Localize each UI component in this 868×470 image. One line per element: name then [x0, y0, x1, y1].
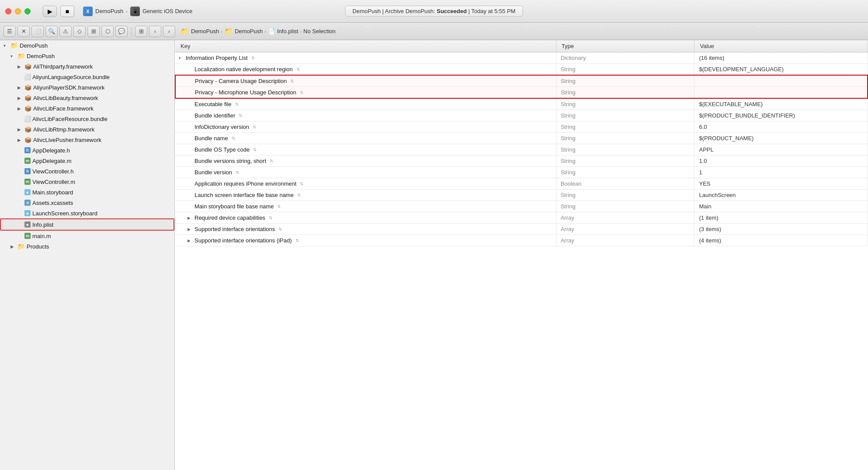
disc-ali1 — [17, 64, 23, 69]
h-icon1: h — [24, 147, 31, 153]
table-row[interactable]: Supported interface orientations⇅Array(3… — [175, 224, 868, 235]
disc-ali5 — [17, 106, 23, 111]
sidebar-item-alivcfaceresource[interactable]: ⬜ AlivcLibFaceResource.bundle — [0, 114, 174, 124]
sidebar-item-info-plist[interactable]: ■ Info.plist — [0, 218, 174, 231]
type-cell: String — [556, 201, 694, 212]
table-row[interactable]: Required device capabilities⇅Array(1 ite… — [175, 212, 868, 224]
type-cell: String — [556, 75, 694, 87]
table-row[interactable]: Bundle versions string, short⇅String1.0 — [175, 156, 868, 167]
key-cell: Bundle version⇅ — [175, 167, 556, 178]
table-row[interactable]: Information Property List⇅Dictionary(16 … — [175, 52, 868, 64]
sidebar-item-alivclivepusher[interactable]: 📦 AlivcLivePusher.framework — [0, 135, 174, 145]
nav-file[interactable]: Info.plist — [277, 28, 298, 35]
sort-arrows[interactable]: ⇅ — [295, 238, 299, 243]
sort-arrows[interactable]: ⇅ — [269, 215, 272, 220]
maximize-button[interactable] — [24, 8, 31, 14]
breakpoint-button[interactable]: ◇ — [73, 26, 86, 37]
close-button[interactable] — [5, 8, 11, 14]
sort-arrows[interactable]: ⇅ — [278, 227, 282, 232]
sort-arrows[interactable]: ⇅ — [232, 136, 235, 141]
tag-button[interactable]: ⬡ — [101, 26, 114, 37]
minimize-button[interactable] — [15, 8, 21, 14]
status-time: | Today at 5:55 PM — [467, 8, 516, 14]
sidebar-item-viewcontroller-m[interactable]: m ViewController.m — [0, 176, 174, 187]
key-cell: Bundle identifier⇅ — [175, 110, 556, 121]
table-row[interactable]: InfoDictionary version⇅String6.0 — [175, 121, 868, 133]
sidebar-item-root[interactable]: 📁 DemoPush — [0, 40, 174, 51]
sidebar-item-alithirdparty[interactable]: 📦 AliThirdparty.framework — [0, 61, 174, 72]
key-text: Bundle OS Type code — [194, 146, 250, 153]
sort-arrows[interactable]: ⇅ — [300, 181, 303, 186]
sort-arrows[interactable]: ⇅ — [300, 90, 303, 95]
table-row[interactable]: Launch screen interface file base name⇅S… — [175, 190, 868, 201]
sidebar-item-appdelegate-m[interactable]: m AppDelegate.m — [0, 156, 174, 166]
sort-arrows[interactable]: ⇅ — [251, 55, 255, 60]
warning-button[interactable]: ⚠ — [59, 26, 72, 37]
sort-arrows[interactable]: ⇅ — [277, 204, 281, 209]
framework-icon: 📦 — [24, 63, 31, 70]
key-cell: Launch screen interface file base name⇅ — [175, 190, 556, 201]
sort-arrows[interactable]: ⇅ — [239, 113, 242, 118]
stop-button[interactable]: ■ — [60, 6, 74, 17]
table-row[interactable]: Bundle version⇅String1 — [175, 167, 868, 178]
key-text: Main storyboard file base name — [194, 203, 274, 210]
key-text: Launch screen interface file base name — [194, 192, 294, 198]
sort-arrows[interactable]: ⇅ — [236, 170, 239, 175]
sidebar-item-launch-storyboard[interactable]: ■ LaunchScreen.storyboard — [0, 208, 174, 218]
value-cell: 1.0 — [694, 156, 868, 167]
sidebar-item-aliyunplayer[interactable]: 📦 AliyunPlayerSDK.framework — [0, 82, 174, 93]
sidebar-item-main-m[interactable]: m main.m — [0, 231, 174, 241]
table-row[interactable]: Localization native development region⇅S… — [175, 64, 868, 76]
comment-button[interactable]: 💬 — [115, 26, 128, 37]
sidebar-item-assets[interactable]: ⊞ Assets.xcassets — [0, 197, 174, 208]
disclosure-triangle[interactable] — [187, 227, 193, 232]
sort-arrows[interactable]: ⇅ — [297, 193, 301, 197]
sidebar-item-alivcrtmp[interactable]: 📦 AlivcLibRtmp.framework — [0, 124, 174, 135]
nav-folder[interactable]: DemoPush — [235, 28, 263, 35]
m-icon1: m — [24, 158, 31, 164]
sidebar-item-products[interactable]: 📁 Products — [0, 241, 174, 252]
type-cell: Boolean — [556, 178, 694, 190]
debug-button[interactable]: ✕ — [17, 26, 30, 37]
sort-arrows[interactable]: ⇅ — [290, 79, 294, 83]
sidebar-item-alivcbeauty[interactable]: 📦 AlivcLibBeauty.framework — [0, 93, 174, 103]
sidebar-item-main-storyboard[interactable]: ■ Main.storyboard — [0, 187, 174, 197]
table-row[interactable]: Main storyboard file base name⇅StringMai… — [175, 201, 868, 212]
app2-label: AppDelegate.m — [32, 158, 72, 164]
back-button[interactable]: ‹ — [149, 26, 161, 37]
sort-arrows[interactable]: ⇅ — [296, 67, 300, 72]
sidebar-item-alivcface[interactable]: 📦 AlivcLibFace.framework — [0, 103, 174, 114]
table-row[interactable]: Bundle OS Type code⇅StringAPPL — [175, 144, 868, 156]
disclosure-triangle[interactable] — [187, 216, 193, 220]
sidebar-item-appdelegate-h[interactable]: h AppDelegate.h — [0, 145, 174, 156]
table-row[interactable]: Bundle identifier⇅String$(PRODUCT_BUNDLE… — [175, 110, 868, 121]
table-row[interactable]: Privacy - Microphone Usage Description⇅S… — [175, 87, 868, 99]
key-text: Supported interface orientations (iPad) — [194, 237, 292, 244]
table-row[interactable]: Privacy - Camera Usage Description⇅Strin… — [175, 75, 868, 87]
key-text: Localization native development region — [194, 66, 293, 73]
disclosure-triangle[interactable] — [187, 238, 193, 243]
table-row[interactable]: Executable file⇅String$(EXECUTABLE_NAME) — [175, 98, 868, 110]
sort-arrows[interactable]: ⇅ — [270, 159, 273, 163]
disclosure-triangle[interactable] — [179, 56, 184, 60]
forward-button[interactable]: › — [163, 26, 175, 37]
search-button[interactable]: 🔍 — [45, 26, 58, 37]
framework-icon5: 📦 — [24, 126, 31, 133]
sort-arrows[interactable]: ⇅ — [235, 102, 239, 107]
grid-view-button[interactable]: ⊞ — [135, 26, 147, 37]
sort-arrows[interactable]: ⇅ — [253, 124, 256, 129]
run-button[interactable]: ▶ — [43, 6, 57, 17]
nav-project[interactable]: DemoPush — [191, 28, 219, 35]
grid-button[interactable]: ⊞ — [87, 26, 100, 37]
table-row[interactable]: Bundle name⇅String$(PRODUCT_NAME) — [175, 133, 868, 144]
sidebar-item-demopush[interactable]: 📁 DemoPush — [0, 51, 174, 61]
scheme-selector[interactable]: X DemoPush › 📱 Generic iOS Device — [83, 7, 192, 16]
key-text: Application requires iPhone environment — [194, 180, 296, 187]
sidebar-item-aliyunlanguage[interactable]: ⬜ AliyunLanguageSource.bundle — [0, 72, 174, 82]
sidebar-item-viewcontroller-h[interactable]: h ViewController.h — [0, 166, 174, 176]
table-row[interactable]: Supported interface orientations (iPad)⇅… — [175, 235, 868, 246]
sidebar-toggle-button[interactable]: ☰ — [3, 26, 16, 37]
hierarchy-button[interactable]: ⬜ — [31, 26, 44, 37]
sort-arrows[interactable]: ⇅ — [253, 147, 257, 152]
table-row[interactable]: Application requires iPhone environment⇅… — [175, 178, 868, 190]
